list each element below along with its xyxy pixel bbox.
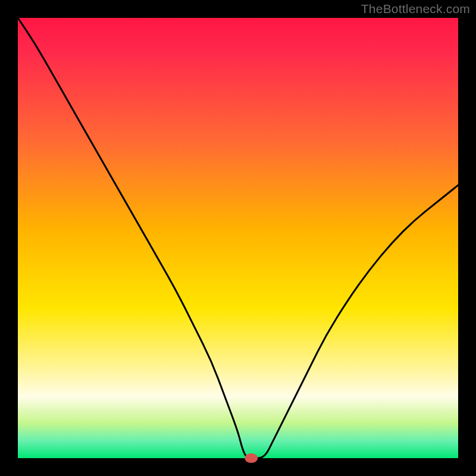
bottleneck-marker [245, 453, 258, 463]
bottleneck-chart [0, 0, 476, 476]
plot-area [18, 18, 458, 458]
chart-container: TheBottleneck.com [0, 0, 476, 476]
watermark-text: TheBottleneck.com [361, 2, 470, 16]
